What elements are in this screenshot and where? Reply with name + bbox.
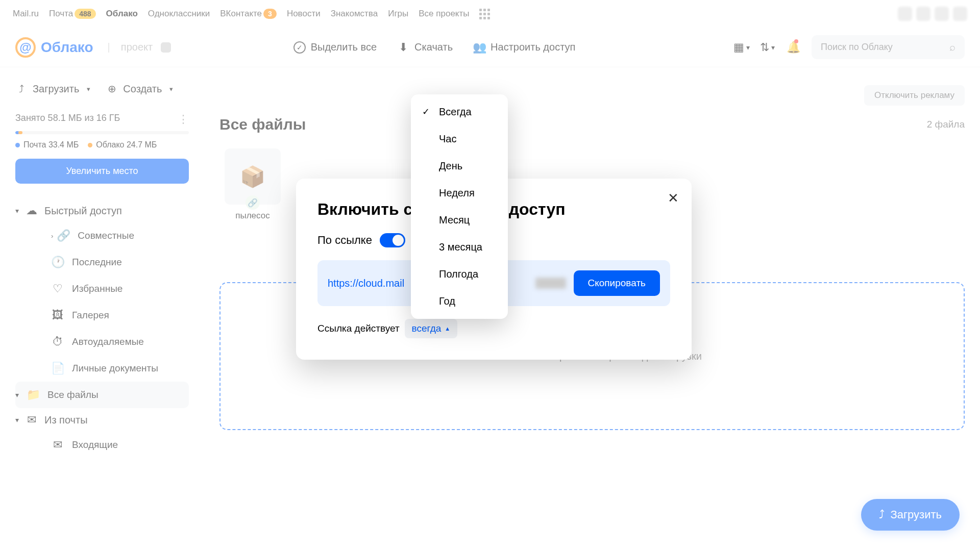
copy-button[interactable]: Скопировать xyxy=(574,270,660,296)
validity-dropdown-button[interactable]: всегда▲ xyxy=(405,319,458,338)
close-button[interactable]: ✕ xyxy=(668,191,679,205)
dropdown-option-3months[interactable]: 3 месяца xyxy=(411,234,508,261)
dropdown-option-month[interactable]: Месяц xyxy=(411,207,508,234)
dropdown-option-hour[interactable]: Час xyxy=(411,126,508,153)
validity-label: Ссылка действует xyxy=(317,323,400,334)
link-toggle[interactable] xyxy=(380,233,405,247)
validity-dropdown: Всегда Час День Неделя Месяц 3 месяца По… xyxy=(411,94,508,319)
dropdown-option-week[interactable]: Неделя xyxy=(411,180,508,207)
url-hidden-part xyxy=(535,278,566,289)
by-link-label: По ссылке xyxy=(317,234,372,247)
dropdown-option-halfyear[interactable]: Полгода xyxy=(411,261,508,288)
dropdown-option-year[interactable]: Год xyxy=(411,288,508,315)
dropdown-option-always[interactable]: Всегда xyxy=(411,98,508,126)
dropdown-option-day[interactable]: День xyxy=(411,153,508,180)
triangle-up-icon: ▲ xyxy=(445,325,450,332)
